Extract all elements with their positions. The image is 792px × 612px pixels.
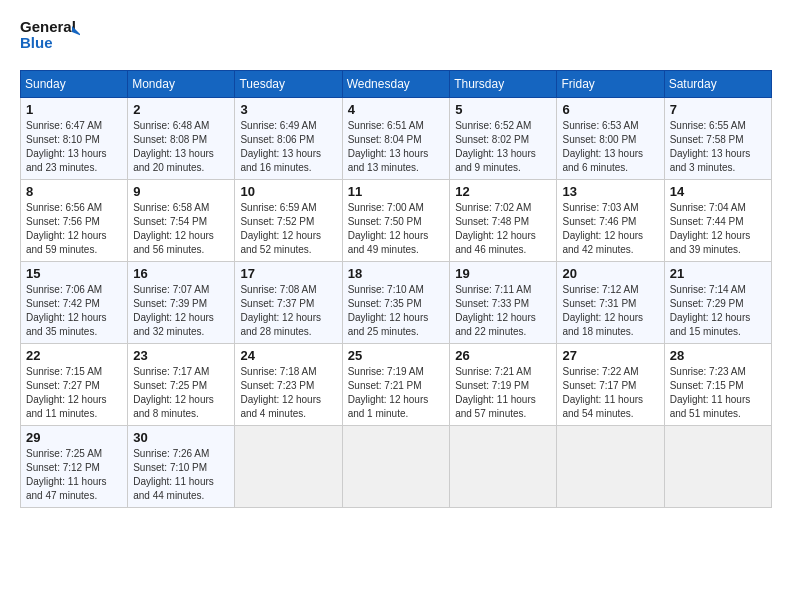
day-number: 17 <box>240 266 336 281</box>
day-number: 3 <box>240 102 336 117</box>
day-info: Sunrise: 6:59 AMSunset: 7:52 PMDaylight:… <box>240 201 336 257</box>
calendar-cell: 15Sunrise: 7:06 AMSunset: 7:42 PMDayligh… <box>21 262 128 344</box>
day-info: Sunrise: 6:53 AMSunset: 8:00 PMDaylight:… <box>562 119 658 175</box>
day-info: Sunrise: 7:15 AMSunset: 7:27 PMDaylight:… <box>26 365 122 421</box>
day-info: Sunrise: 7:21 AMSunset: 7:19 PMDaylight:… <box>455 365 551 421</box>
day-info: Sunrise: 7:25 AMSunset: 7:12 PMDaylight:… <box>26 447 122 503</box>
calendar-cell: 21Sunrise: 7:14 AMSunset: 7:29 PMDayligh… <box>664 262 771 344</box>
calendar-row-2: 8Sunrise: 6:56 AMSunset: 7:56 PMDaylight… <box>21 180 772 262</box>
day-number: 7 <box>670 102 766 117</box>
day-number: 22 <box>26 348 122 363</box>
day-number: 9 <box>133 184 229 199</box>
calendar-cell: 5Sunrise: 6:52 AMSunset: 8:02 PMDaylight… <box>450 98 557 180</box>
weekday-header-saturday: Saturday <box>664 71 771 98</box>
day-info: Sunrise: 6:47 AMSunset: 8:10 PMDaylight:… <box>26 119 122 175</box>
day-number: 11 <box>348 184 445 199</box>
day-info: Sunrise: 7:02 AMSunset: 7:48 PMDaylight:… <box>455 201 551 257</box>
day-number: 5 <box>455 102 551 117</box>
day-number: 1 <box>26 102 122 117</box>
weekday-header-tuesday: Tuesday <box>235 71 342 98</box>
day-number: 21 <box>670 266 766 281</box>
calendar-cell: 4Sunrise: 6:51 AMSunset: 8:04 PMDaylight… <box>342 98 450 180</box>
calendar-cell: 13Sunrise: 7:03 AMSunset: 7:46 PMDayligh… <box>557 180 664 262</box>
day-number: 25 <box>348 348 445 363</box>
calendar-cell: 12Sunrise: 7:02 AMSunset: 7:48 PMDayligh… <box>450 180 557 262</box>
calendar-cell <box>235 426 342 508</box>
calendar-cell: 30Sunrise: 7:26 AMSunset: 7:10 PMDayligh… <box>128 426 235 508</box>
logo: General Blue <box>20 16 80 60</box>
day-info: Sunrise: 7:22 AMSunset: 7:17 PMDaylight:… <box>562 365 658 421</box>
day-info: Sunrise: 7:18 AMSunset: 7:23 PMDaylight:… <box>240 365 336 421</box>
day-number: 4 <box>348 102 445 117</box>
calendar-cell: 14Sunrise: 7:04 AMSunset: 7:44 PMDayligh… <box>664 180 771 262</box>
day-number: 12 <box>455 184 551 199</box>
day-info: Sunrise: 6:55 AMSunset: 7:58 PMDaylight:… <box>670 119 766 175</box>
calendar-cell: 11Sunrise: 7:00 AMSunset: 7:50 PMDayligh… <box>342 180 450 262</box>
calendar-cell: 18Sunrise: 7:10 AMSunset: 7:35 PMDayligh… <box>342 262 450 344</box>
day-number: 27 <box>562 348 658 363</box>
day-number: 6 <box>562 102 658 117</box>
weekday-header-sunday: Sunday <box>21 71 128 98</box>
day-info: Sunrise: 7:14 AMSunset: 7:29 PMDaylight:… <box>670 283 766 339</box>
day-info: Sunrise: 6:48 AMSunset: 8:08 PMDaylight:… <box>133 119 229 175</box>
calendar-cell: 8Sunrise: 6:56 AMSunset: 7:56 PMDaylight… <box>21 180 128 262</box>
day-info: Sunrise: 6:49 AMSunset: 8:06 PMDaylight:… <box>240 119 336 175</box>
page-header: General Blue <box>20 16 772 60</box>
day-info: Sunrise: 7:03 AMSunset: 7:46 PMDaylight:… <box>562 201 658 257</box>
day-number: 8 <box>26 184 122 199</box>
day-info: Sunrise: 7:06 AMSunset: 7:42 PMDaylight:… <box>26 283 122 339</box>
calendar-cell: 3Sunrise: 6:49 AMSunset: 8:06 PMDaylight… <box>235 98 342 180</box>
weekday-header-row: SundayMondayTuesdayWednesdayThursdayFrid… <box>21 71 772 98</box>
day-number: 13 <box>562 184 658 199</box>
day-info: Sunrise: 7:12 AMSunset: 7:31 PMDaylight:… <box>562 283 658 339</box>
day-number: 15 <box>26 266 122 281</box>
day-info: Sunrise: 6:56 AMSunset: 7:56 PMDaylight:… <box>26 201 122 257</box>
calendar-row-5: 29Sunrise: 7:25 AMSunset: 7:12 PMDayligh… <box>21 426 772 508</box>
calendar-cell: 22Sunrise: 7:15 AMSunset: 7:27 PMDayligh… <box>21 344 128 426</box>
day-info: Sunrise: 7:00 AMSunset: 7:50 PMDaylight:… <box>348 201 445 257</box>
calendar-cell: 17Sunrise: 7:08 AMSunset: 7:37 PMDayligh… <box>235 262 342 344</box>
calendar-row-1: 1Sunrise: 6:47 AMSunset: 8:10 PMDaylight… <box>21 98 772 180</box>
calendar-cell: 16Sunrise: 7:07 AMSunset: 7:39 PMDayligh… <box>128 262 235 344</box>
calendar-cell: 9Sunrise: 6:58 AMSunset: 7:54 PMDaylight… <box>128 180 235 262</box>
day-number: 14 <box>670 184 766 199</box>
day-number: 24 <box>240 348 336 363</box>
logo-svg: General Blue <box>20 16 80 60</box>
day-info: Sunrise: 7:07 AMSunset: 7:39 PMDaylight:… <box>133 283 229 339</box>
calendar-cell: 23Sunrise: 7:17 AMSunset: 7:25 PMDayligh… <box>128 344 235 426</box>
day-number: 19 <box>455 266 551 281</box>
calendar-cell: 28Sunrise: 7:23 AMSunset: 7:15 PMDayligh… <box>664 344 771 426</box>
calendar-row-3: 15Sunrise: 7:06 AMSunset: 7:42 PMDayligh… <box>21 262 772 344</box>
day-number: 23 <box>133 348 229 363</box>
weekday-header-wednesday: Wednesday <box>342 71 450 98</box>
svg-text:General: General <box>20 18 76 35</box>
weekday-header-thursday: Thursday <box>450 71 557 98</box>
day-info: Sunrise: 7:19 AMSunset: 7:21 PMDaylight:… <box>348 365 445 421</box>
day-number: 30 <box>133 430 229 445</box>
day-number: 26 <box>455 348 551 363</box>
svg-text:Blue: Blue <box>20 34 53 51</box>
day-info: Sunrise: 7:17 AMSunset: 7:25 PMDaylight:… <box>133 365 229 421</box>
day-number: 10 <box>240 184 336 199</box>
calendar-table: SundayMondayTuesdayWednesdayThursdayFrid… <box>20 70 772 508</box>
day-info: Sunrise: 6:51 AMSunset: 8:04 PMDaylight:… <box>348 119 445 175</box>
calendar-row-4: 22Sunrise: 7:15 AMSunset: 7:27 PMDayligh… <box>21 344 772 426</box>
day-number: 16 <box>133 266 229 281</box>
calendar-cell: 20Sunrise: 7:12 AMSunset: 7:31 PMDayligh… <box>557 262 664 344</box>
calendar-cell: 6Sunrise: 6:53 AMSunset: 8:00 PMDaylight… <box>557 98 664 180</box>
calendar-cell: 19Sunrise: 7:11 AMSunset: 7:33 PMDayligh… <box>450 262 557 344</box>
calendar-cell: 24Sunrise: 7:18 AMSunset: 7:23 PMDayligh… <box>235 344 342 426</box>
day-info: Sunrise: 7:11 AMSunset: 7:33 PMDaylight:… <box>455 283 551 339</box>
calendar-cell <box>664 426 771 508</box>
weekday-header-friday: Friday <box>557 71 664 98</box>
day-info: Sunrise: 7:23 AMSunset: 7:15 PMDaylight:… <box>670 365 766 421</box>
calendar-cell: 1Sunrise: 6:47 AMSunset: 8:10 PMDaylight… <box>21 98 128 180</box>
calendar-cell: 25Sunrise: 7:19 AMSunset: 7:21 PMDayligh… <box>342 344 450 426</box>
calendar-cell: 26Sunrise: 7:21 AMSunset: 7:19 PMDayligh… <box>450 344 557 426</box>
day-info: Sunrise: 7:08 AMSunset: 7:37 PMDaylight:… <box>240 283 336 339</box>
day-number: 28 <box>670 348 766 363</box>
calendar-cell <box>450 426 557 508</box>
calendar-cell: 29Sunrise: 7:25 AMSunset: 7:12 PMDayligh… <box>21 426 128 508</box>
calendar-cell: 7Sunrise: 6:55 AMSunset: 7:58 PMDaylight… <box>664 98 771 180</box>
day-info: Sunrise: 7:26 AMSunset: 7:10 PMDaylight:… <box>133 447 229 503</box>
